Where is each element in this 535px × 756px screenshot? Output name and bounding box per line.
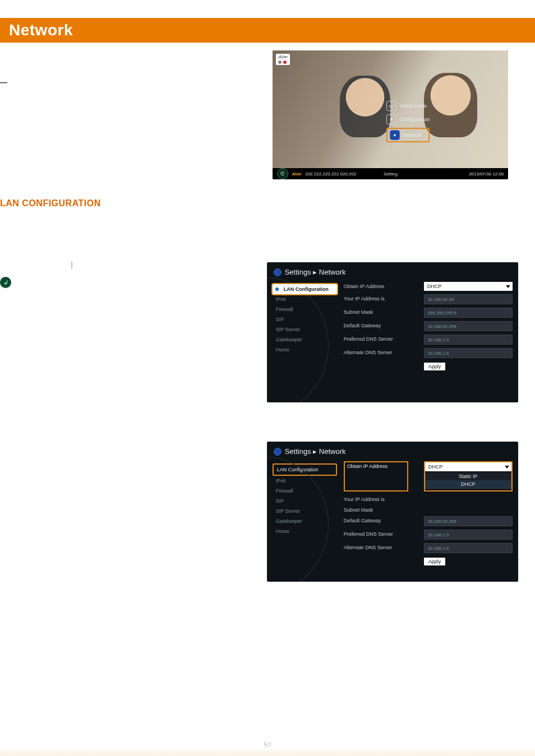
- call-icon[interactable]: ✆: [277, 168, 288, 179]
- obtain-ip-dropdown-open[interactable]: DHCP Static IP DHCP: [424, 461, 513, 491]
- label-gateway: Default Gateway: [344, 321, 408, 331]
- intro-image-area: AVer ▭ Video Mode ✶ Configuration ● Netw…: [246, 50, 535, 179]
- label-pref-dns: Preferred DNS Server: [344, 335, 408, 345]
- home-bottom-left: ✆ AVer 202.222.220.222.020.202: [277, 168, 356, 179]
- page-footer: [0, 747, 535, 756]
- breadcrumb-text: Settings ▸ Network: [285, 447, 346, 456]
- sidebar-item-firewall[interactable]: Firewall: [273, 486, 337, 496]
- menu-configuration[interactable]: ✶ Configuration: [386, 114, 430, 124]
- badge-dot: [278, 61, 282, 64]
- home-menu-stack: ▭ Video Mode ✶ Configuration ● Network: [386, 101, 430, 142]
- sidebar-item-gatekeeper[interactable]: Gatekeeper: [273, 335, 337, 345]
- section-title-bar: Network: [0, 18, 535, 43]
- alt-dns-field[interactable]: 10.100.1.6: [424, 348, 513, 358]
- label-your-ip: Your IP Address is: [344, 495, 408, 502]
- menu-network-label: Network: [403, 132, 422, 138]
- gateway-field[interactable]: 10.100.92.254: [424, 516, 513, 526]
- enter-key-icon: ↲: [0, 277, 11, 288]
- obtain-ip-select[interactable]: DHCP: [424, 282, 513, 291]
- panel-1-breadcrumb: Settings ▸ Network: [267, 262, 518, 280]
- lan-panel-1-row: Settings ▸ Network LAN Configuration IPv…: [0, 262, 535, 402]
- home-screen-mock: AVer ▭ Video Mode ✶ Configuration ● Netw…: [273, 50, 508, 179]
- sidebar-item-home[interactable]: Home: [273, 526, 337, 536]
- label-alt-dns: Alternate DNS Server: [344, 543, 408, 553]
- cursor-hint: |: [0, 260, 73, 269]
- label-subnet: Subnet Mask: [344, 308, 408, 318]
- gear-icon: ✶: [386, 114, 396, 124]
- lan-config-panel-2: Settings ▸ Network LAN Configuration IPv…: [267, 442, 518, 582]
- person-left: [340, 76, 390, 137]
- menu-network-highlight[interactable]: ● Network: [386, 128, 430, 142]
- menu-video-mode[interactable]: ▭ Video Mode: [386, 101, 430, 111]
- lan-config-panel-1: Settings ▸ Network LAN Configuration IPv…: [267, 262, 518, 402]
- globe-icon: ●: [390, 130, 400, 140]
- sidebar-item-ipv6[interactable]: IPv6: [273, 476, 337, 486]
- panel-2-sidebar: LAN Configuration IPv6 Firewall SIP SIP …: [273, 461, 337, 565]
- panel-1-form: Obtain IP Address DHCP Your IP Address i…: [344, 282, 513, 370]
- aver-badge-text: AVer: [278, 54, 288, 59]
- breadcrumb-text: Settings ▸ Network: [285, 268, 346, 276]
- sidebar-item-lan-config[interactable]: LAN Configuration: [273, 284, 337, 294]
- home-clock: 2013/07/30 12:00: [469, 171, 504, 177]
- chevron-down-icon: [506, 285, 510, 288]
- menu-configuration-label: Configuration: [400, 117, 430, 122]
- aver-badge-top: AVer: [276, 54, 290, 65]
- badge-dot-red: [283, 61, 287, 64]
- settings-gear-icon: [274, 268, 282, 276]
- subnet-field[interactable]: 255.255.255.0: [424, 308, 513, 318]
- home-setting-label: Setting: [384, 171, 398, 177]
- label-subnet: Subnet Mask: [344, 505, 408, 513]
- sidebar-item-sip-server[interactable]: SIP Server: [273, 324, 337, 335]
- apply-button[interactable]: Apply: [424, 363, 446, 370]
- pref-dns-field[interactable]: 10.100.1.5: [424, 335, 513, 345]
- sidebar-item-sip[interactable]: SIP: [273, 496, 337, 506]
- chevron-down-icon: [505, 466, 509, 469]
- label-alt-dns: Alternate DNS Server: [344, 348, 408, 358]
- label-obtain-ip: Obtain IP Address: [344, 282, 408, 291]
- home-ip-string: 202.222.220.222.020.202: [305, 171, 356, 177]
- intro-row: — AVer ▭ Video Mode ✶ Configuration: [0, 50, 535, 179]
- sidebar-item-firewall[interactable]: Firewall: [273, 304, 337, 314]
- pref-dns-field[interactable]: 10.100.1.5: [424, 530, 513, 540]
- panel-2-form: Obtain IP Address DHCP Static IP DHCP Yo…: [344, 461, 513, 565]
- sidebar-item-gatekeeper[interactable]: Gatekeeper: [273, 516, 337, 526]
- alt-dns-field[interactable]: 10.100.1.6: [424, 543, 513, 553]
- aver-brand-small: AVer: [292, 171, 302, 177]
- panel-1-sidebar: LAN Configuration IPv6 Firewall SIP SIP …: [273, 282, 337, 370]
- your-ip-field[interactable]: 10.100.92.45: [424, 294, 513, 304]
- gateway-field[interactable]: 10.100.92.254: [424, 321, 513, 331]
- intro-text-area: —: [0, 50, 246, 87]
- lan-panel-2-row: Settings ▸ Network LAN Configuration IPv…: [0, 442, 535, 582]
- sidebar-item-ipv6[interactable]: IPv6: [273, 294, 337, 304]
- monitor-icon: ▭: [386, 101, 396, 111]
- sidebar-item-sip-server[interactable]: SIP Server: [273, 506, 337, 516]
- settings-gear-icon: [274, 448, 282, 456]
- label-your-ip: Your IP Address is: [344, 294, 408, 304]
- lan-config-heading: LAN CONFIGURATION: [0, 198, 535, 208]
- intro-dash: —: [0, 78, 7, 86]
- person-right: [424, 73, 477, 137]
- sidebar-item-lan-config[interactable]: LAN Configuration: [273, 463, 337, 476]
- option-dhcp[interactable]: DHCP: [426, 480, 511, 488]
- option-static-ip[interactable]: Static IP: [426, 472, 511, 480]
- label-obtain-ip-highlight: Obtain IP Address: [344, 461, 408, 491]
- footer-gradient: [0, 747, 535, 756]
- apply-button[interactable]: Apply: [424, 558, 446, 565]
- menu-video-mode-label: Video Mode: [400, 103, 427, 109]
- label-pref-dns: Preferred DNS Server: [344, 530, 408, 540]
- panel-2-breadcrumb: Settings ▸ Network: [267, 442, 518, 459]
- section-title: Network: [3, 18, 535, 43]
- sidebar-item-home[interactable]: Home: [273, 345, 337, 355]
- sidebar-item-sip[interactable]: SIP: [273, 314, 337, 324]
- dropdown-options: Static IP DHCP: [425, 472, 511, 489]
- label-gateway: Default Gateway: [344, 516, 408, 526]
- home-bottom-bar: ✆ AVer 202.222.220.222.020.202 Setting 2…: [273, 168, 508, 179]
